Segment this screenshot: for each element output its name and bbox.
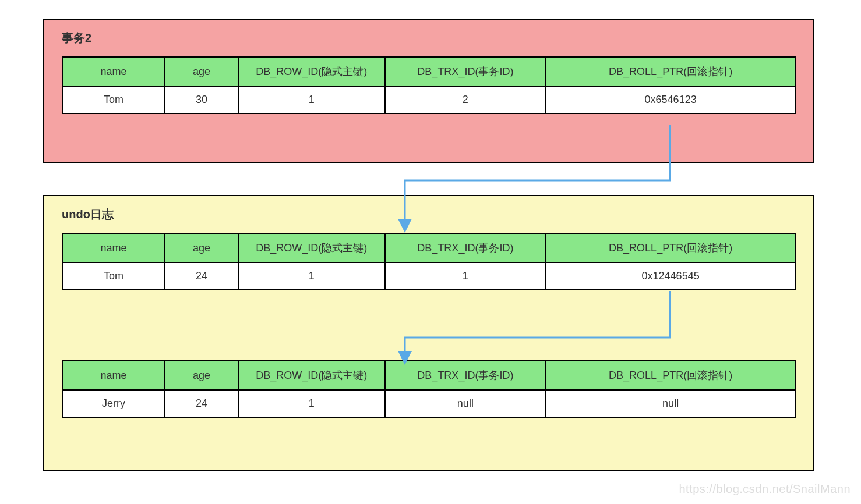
table-row: Tom 24 1 1 0x12446545 — [62, 262, 795, 290]
col-roll-ptr: DB_ROLL_PTR(回滚指针) — [546, 233, 795, 262]
col-age: age — [165, 233, 238, 262]
cell-name: Tom — [62, 262, 165, 290]
col-row-id: DB_ROW_ID(隐式主键) — [238, 361, 385, 390]
table-row: Jerry 24 1 null null — [62, 390, 795, 417]
cell-row-id: 1 — [238, 390, 385, 417]
cell-trx-id: 2 — [385, 86, 546, 113]
undo-record-2-wrap: name age DB_ROW_ID(隐式主键) DB_TRX_ID(事务ID)… — [62, 360, 796, 418]
cell-age: 24 — [165, 262, 238, 290]
col-roll-ptr: DB_ROLL_PTR(回滚指针) — [546, 57, 795, 86]
cell-trx-id: null — [385, 390, 546, 417]
cell-age: 30 — [165, 86, 238, 113]
col-name: name — [62, 57, 165, 86]
col-roll-ptr: DB_ROLL_PTR(回滚指针) — [546, 361, 795, 390]
col-trx-id: DB_TRX_ID(事务ID) — [385, 361, 546, 390]
col-age: age — [165, 57, 238, 86]
cell-row-id: 1 — [238, 262, 385, 290]
table-row: Tom 30 1 2 0x6546123 — [62, 86, 795, 113]
undo-log-panel: undo日志 name age DB_ROW_ID(隐式主键) DB_TRX_I… — [43, 195, 814, 471]
watermark-text: https://blog.csdn.net/SnailMann — [679, 482, 851, 496]
col-age: age — [165, 361, 238, 390]
col-trx-id: DB_TRX_ID(事务ID) — [385, 57, 546, 86]
cell-roll-ptr: 0x6546123 — [546, 86, 795, 113]
col-name: name — [62, 361, 165, 390]
undo-record-1-wrap: name age DB_ROW_ID(隐式主键) DB_TRX_ID(事务ID)… — [62, 233, 796, 290]
cell-age: 24 — [165, 390, 238, 417]
table-header-row: name age DB_ROW_ID(隐式主键) DB_TRX_ID(事务ID)… — [62, 57, 795, 86]
col-row-id: DB_ROW_ID(隐式主键) — [238, 233, 385, 262]
col-name: name — [62, 233, 165, 262]
spacer — [62, 290, 796, 360]
undo-log-title: undo日志 — [62, 207, 796, 222]
table-header-row: name age DB_ROW_ID(隐式主键) DB_TRX_ID(事务ID)… — [62, 233, 795, 262]
table-header-row: name age DB_ROW_ID(隐式主键) DB_TRX_ID(事务ID)… — [62, 361, 795, 390]
cell-roll-ptr: 0x12446545 — [546, 262, 795, 290]
cell-trx-id: 1 — [385, 262, 546, 290]
current-record-table: name age DB_ROW_ID(隐式主键) DB_TRX_ID(事务ID)… — [62, 56, 796, 114]
transaction-2-panel: 事务2 name age DB_ROW_ID(隐式主键) DB_TRX_ID(事… — [43, 19, 814, 163]
col-trx-id: DB_TRX_ID(事务ID) — [385, 233, 546, 262]
cell-name: Jerry — [62, 390, 165, 417]
undo-record-1-table: name age DB_ROW_ID(隐式主键) DB_TRX_ID(事务ID)… — [62, 233, 796, 290]
current-record-table-wrap: name age DB_ROW_ID(隐式主键) DB_TRX_ID(事务ID)… — [62, 56, 796, 114]
cell-name: Tom — [62, 86, 165, 113]
col-row-id: DB_ROW_ID(隐式主键) — [238, 57, 385, 86]
undo-record-2-table: name age DB_ROW_ID(隐式主键) DB_TRX_ID(事务ID)… — [62, 360, 796, 418]
transaction-2-title: 事务2 — [62, 30, 796, 46]
cell-roll-ptr: null — [546, 390, 795, 417]
cell-row-id: 1 — [238, 86, 385, 113]
